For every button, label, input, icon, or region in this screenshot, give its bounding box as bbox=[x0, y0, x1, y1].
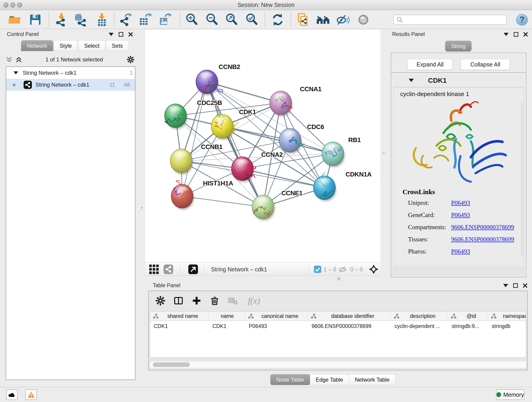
tab-node-table[interactable]: Node Table bbox=[270, 374, 310, 385]
network-collection-row[interactable]: String Network – cdk1 1 bbox=[6, 67, 135, 79]
column-header-shared-name[interactable]: shared name bbox=[150, 312, 209, 321]
tab-network[interactable]: Network bbox=[21, 40, 53, 51]
table-cell[interactable]: CDK1 bbox=[209, 323, 245, 329]
table-cell[interactable]: 9606.ENSP00000378699 bbox=[308, 323, 391, 329]
column-header-canonical-name[interactable]: canonical name bbox=[245, 312, 308, 321]
protein-structure-image bbox=[400, 99, 514, 188]
crosslink-link[interactable]: P06493 bbox=[451, 199, 470, 206]
table-hscrollbar[interactable] bbox=[150, 361, 526, 368]
crosslink-link[interactable]: P06493 bbox=[451, 248, 470, 255]
network-node-CCNE1[interactable]: CCNE1 bbox=[252, 190, 302, 220]
gear-icon[interactable] bbox=[127, 56, 135, 64]
hide-selected-button[interactable] bbox=[336, 13, 350, 27]
column-header-database-identifier[interactable]: database identifier bbox=[308, 312, 391, 321]
zoom-out-button[interactable] bbox=[205, 13, 219, 27]
crosslink-link[interactable]: P06493 bbox=[451, 211, 470, 219]
crosslink-link[interactable]: 9606.ENSP00000378699 bbox=[451, 236, 514, 243]
birds-eye-view-button[interactable] bbox=[369, 264, 379, 274]
table-cell[interactable]: CDK1 bbox=[150, 323, 209, 329]
open-session-button[interactable] bbox=[8, 13, 22, 27]
panel-menu-icon[interactable] bbox=[504, 33, 509, 36]
import-table-button[interactable] bbox=[95, 13, 109, 27]
float-panel-icon[interactable] bbox=[119, 32, 123, 37]
import-network-file-button[interactable] bbox=[55, 13, 68, 27]
first-neighbors-button[interactable] bbox=[316, 13, 330, 27]
open-in-view-button[interactable] bbox=[188, 264, 198, 274]
tab-sets[interactable]: Sets bbox=[106, 40, 129, 51]
close-panel-icon[interactable] bbox=[128, 32, 133, 37]
column-header-namespace[interactable]: namespace bbox=[488, 312, 526, 321]
expand-all-icon[interactable] bbox=[16, 57, 22, 62]
panel-menu-icon[interactable] bbox=[109, 33, 114, 36]
help-button[interactable]: ? bbox=[516, 14, 528, 26]
memory-button[interactable]: Memory bbox=[496, 389, 525, 400]
show-all-button[interactable] bbox=[356, 13, 370, 27]
network-node-CCNB2[interactable]: CCNB2 bbox=[196, 63, 240, 95]
network-edge-CDK1-RB1[interactable] bbox=[222, 126, 333, 154]
column-header--id[interactable]: @id bbox=[448, 312, 488, 321]
network-node-CDKN1A[interactable]: CDKN1A bbox=[313, 171, 372, 201]
network-node-CCNA1[interactable]: CCNA1 bbox=[270, 85, 322, 116]
search-input[interactable] bbox=[403, 16, 506, 23]
warnings-button[interactable] bbox=[25, 389, 37, 400]
results-scrollbar[interactable] bbox=[521, 102, 523, 255]
network-edge-HIST1H1A-CCNE1[interactable] bbox=[182, 196, 263, 207]
collection-caret-icon[interactable] bbox=[13, 71, 18, 75]
tab-network-table[interactable]: Network Table bbox=[349, 374, 396, 385]
tab-select[interactable]: Select bbox=[78, 40, 105, 51]
float-panel-icon[interactable] bbox=[513, 283, 518, 288]
left-splitter-handle[interactable] bbox=[139, 205, 144, 210]
close-panel-icon[interactable] bbox=[523, 32, 528, 37]
delete-column-icon[interactable] bbox=[209, 295, 220, 306]
clone-network-button[interactable] bbox=[296, 13, 310, 27]
network-canvas[interactable]: CCNB2CCNA1CDC25BCDK1CDC6RB1CCNB1CCNA2CDK… bbox=[145, 30, 380, 262]
table-cell[interactable]: stringdb:9... bbox=[448, 323, 488, 329]
show-columns-icon[interactable] bbox=[173, 295, 184, 306]
network-edge-CCNA2-CDKN1A[interactable] bbox=[242, 169, 324, 188]
zoom-selected-button[interactable] bbox=[245, 13, 259, 27]
right-splitter-handle[interactable] bbox=[380, 150, 386, 155]
table-cell[interactable]: cyclin-dependent ... bbox=[391, 323, 448, 329]
table-cell[interactable]: P06493 bbox=[245, 323, 308, 329]
network-node-HIST1H1A[interactable]: HIST1H1A bbox=[171, 180, 233, 210]
panel-menu-icon[interactable] bbox=[503, 284, 508, 287]
network-node-RB1[interactable]: RB1 bbox=[322, 136, 361, 167]
table-row[interactable]: CDK1CDK1P064939606.ENSP00000378699cyclin… bbox=[150, 321, 526, 332]
column-header-name[interactable]: name bbox=[209, 312, 245, 321]
refresh-button[interactable] bbox=[271, 13, 285, 27]
expand-all-button[interactable]: Expand All bbox=[408, 59, 452, 70]
table-gear-icon[interactable] bbox=[155, 295, 166, 306]
function-builder-icon: f(x) bbox=[248, 296, 260, 306]
collapse-all-button[interactable]: Collapse All bbox=[461, 59, 510, 70]
float-panel-icon[interactable] bbox=[514, 32, 518, 37]
network-share-button[interactable] bbox=[164, 264, 173, 274]
crosslink-label: Uniprot: bbox=[408, 199, 451, 206]
warning-icon bbox=[27, 391, 35, 398]
tab-string[interactable]: String bbox=[445, 41, 472, 51]
protein-header-row[interactable]: CDK1 bbox=[392, 74, 525, 87]
collapse-all-icon[interactable] bbox=[6, 57, 12, 62]
import-network-database-button[interactable] bbox=[74, 13, 88, 27]
tab-edge-table[interactable]: Edge Table bbox=[310, 374, 349, 385]
zoom-fit-button[interactable] bbox=[225, 13, 239, 27]
tab-style[interactable]: Style bbox=[54, 40, 78, 51]
export-table-button[interactable] bbox=[139, 13, 152, 27]
network-edge-CCNB2-HIST1H1A[interactable] bbox=[182, 82, 207, 196]
export-image-button[interactable] bbox=[158, 13, 172, 27]
crosslink-link[interactable]: 9606.ENSP00000378699 bbox=[451, 224, 514, 231]
network-row[interactable]: String Network – cdk1 11 48 bbox=[6, 79, 135, 91]
table-cell[interactable]: stringdb bbox=[488, 323, 526, 329]
toolbar-separator bbox=[335, 264, 336, 274]
export-network-button[interactable] bbox=[119, 13, 133, 27]
close-panel-icon[interactable] bbox=[523, 283, 527, 288]
add-column-icon[interactable] bbox=[191, 295, 202, 306]
column-header-description[interactable]: description bbox=[391, 312, 448, 321]
cloud-status-button[interactable] bbox=[6, 389, 18, 400]
scrollbar-thumb[interactable] bbox=[153, 362, 190, 367]
memory-status-dot bbox=[496, 392, 501, 397]
save-session-button[interactable] bbox=[28, 13, 42, 27]
show-grid-button[interactable] bbox=[149, 264, 159, 274]
selected-checkbox-icon[interactable] bbox=[314, 266, 321, 273]
zoom-in-button[interactable] bbox=[185, 13, 199, 27]
collapse-caret-icon[interactable] bbox=[409, 79, 414, 82]
